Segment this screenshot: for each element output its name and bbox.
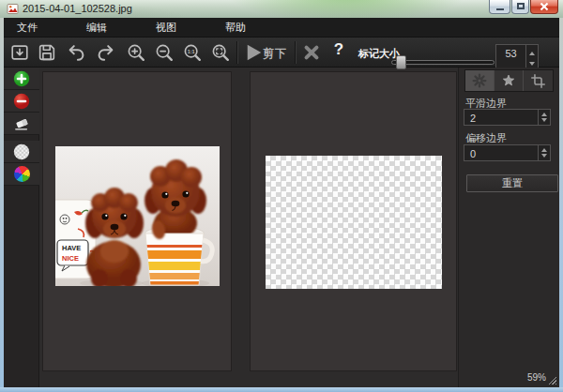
left-puppy (85, 188, 144, 286)
crop-icon (530, 73, 546, 89)
close-button[interactable] (530, 0, 558, 14)
help-button[interactable]: ? (328, 40, 349, 65)
smooth-boundary-spinbox[interactable]: 2 (464, 109, 551, 126)
toolbar-separator-2 (295, 41, 296, 64)
source-canvas-panel[interactable]: HAVE NICE (42, 71, 232, 371)
zoom-actual-button[interactable]: 1:1 (180, 41, 205, 64)
zoom-actual-label: 1:1 (188, 49, 195, 54)
marker-size-slider-track[interactable] (391, 60, 495, 65)
redo-icon (95, 42, 115, 63)
eraser-icon (12, 114, 31, 133)
tab-crop[interactable] (524, 70, 553, 91)
transparent-background-button[interactable] (4, 141, 39, 163)
clear-markers-button[interactable] (299, 41, 324, 64)
add-foreground-marker-button[interactable] (4, 68, 39, 90)
menu-view[interactable]: 视图 (143, 18, 190, 38)
red-minus-icon (13, 93, 30, 110)
play-cut-icon (245, 43, 264, 62)
tab-settings[interactable] (465, 70, 495, 91)
maximize-icon (517, 3, 525, 9)
smooth-boundary-spin-arrows[interactable] (538, 110, 550, 125)
window-frame-right (559, 18, 563, 387)
zoom-in-icon (126, 42, 146, 63)
minimize-icon (496, 8, 504, 10)
window-title: 2015-04-01_102528.jpg (23, 3, 132, 14)
marker-size-label: 标记大小 (358, 47, 400, 61)
spin-down-icon[interactable] (541, 118, 547, 122)
smooth-boundary-value[interactable]: 2 (464, 110, 538, 125)
menu-file[interactable]: 文件 (4, 18, 51, 38)
zoom-fit-icon (210, 42, 231, 63)
app-window: 2015-04-01_102528.jpg 文件 编辑 视图 帮助 (0, 0, 563, 392)
remove-background-marker-button[interactable] (4, 90, 39, 113)
redo-button[interactable] (93, 41, 117, 64)
offset-boundary-label: 偏移边界 (465, 131, 507, 145)
menu-help[interactable]: 帮助 (212, 18, 259, 38)
minimize-button[interactable] (489, 0, 510, 14)
tab-effects[interactable] (495, 70, 524, 91)
zoom-in-button[interactable] (124, 41, 148, 64)
open-icon (9, 42, 30, 63)
transparency-checker-icon (13, 143, 30, 160)
maximize-button[interactable] (511, 0, 529, 14)
mug-text-nice: NICE (62, 254, 79, 263)
color-wheel-icon (14, 166, 30, 182)
source-photo-puppies[interactable]: HAVE NICE (55, 146, 220, 286)
offset-boundary-value[interactable]: 0 (464, 145, 538, 160)
marker-tools-sidebar (4, 68, 39, 387)
window-frame-bottom (0, 387, 563, 392)
spin-down-icon[interactable] (529, 62, 535, 66)
offset-boundary-spin-arrows[interactable] (538, 145, 550, 160)
cut-label[interactable]: 剪下 (263, 46, 287, 62)
reset-button[interactable]: 重置 (466, 174, 558, 192)
zoom-fit-button[interactable] (208, 41, 233, 64)
zoom-actual-icon: 1:1 (182, 42, 203, 63)
undo-icon (67, 42, 87, 63)
app-jpg-icon (7, 3, 19, 15)
undo-button[interactable] (65, 41, 89, 64)
star-icon (500, 72, 517, 89)
background-color-button[interactable] (4, 163, 39, 186)
mug-text-have: HAVE (62, 244, 81, 252)
properties-panel: 平滑边界 2 偏移边界 0 重置 (458, 68, 559, 387)
toolbar-separator-1 (236, 41, 237, 64)
eraser-button[interactable] (4, 113, 39, 135)
spin-up-icon[interactable] (529, 52, 535, 55)
spin-up-icon[interactable] (541, 148, 547, 152)
offset-boundary-spinbox[interactable]: 0 (464, 144, 551, 161)
properties-tabbar (464, 69, 554, 92)
marker-size-slider-handle[interactable] (396, 55, 406, 69)
result-canvas-panel[interactable] (250, 71, 457, 371)
spin-down-icon[interactable] (541, 154, 547, 158)
close-icon (540, 2, 549, 11)
x-icon (302, 43, 321, 62)
resize-grip[interactable] (548, 376, 556, 384)
toolbar: 1:1 剪下 (4, 38, 559, 68)
menu-edit[interactable]: 编辑 (73, 18, 120, 38)
gear-icon (471, 72, 488, 89)
zoom-out-icon (154, 42, 175, 63)
save-icon (37, 42, 57, 63)
spin-up-icon[interactable] (541, 113, 547, 116)
green-plus-icon (13, 70, 30, 87)
open-button[interactable] (8, 41, 32, 64)
titlebar[interactable]: 2015-04-01_102528.jpg (0, 0, 563, 18)
result-transparency-checkerboard[interactable] (266, 156, 442, 289)
zoom-level-status: 59% (527, 372, 546, 383)
menubar: 文件 编辑 视图 帮助 (4, 18, 559, 38)
save-button[interactable] (35, 41, 59, 64)
zoom-out-button[interactable] (152, 41, 176, 64)
app-client-area: 文件 编辑 视图 帮助 (4, 18, 559, 387)
